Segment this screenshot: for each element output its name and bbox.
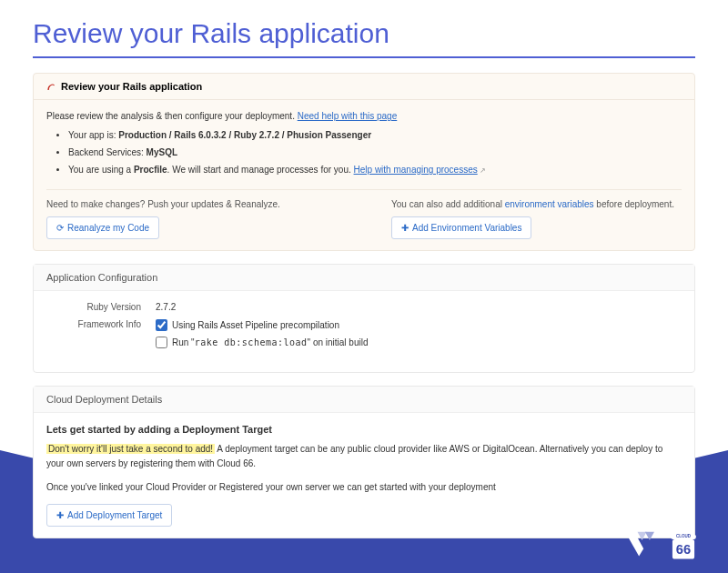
add-deployment-target-button[interactable]: ✚ Add Deployment Target — [46, 504, 172, 527]
app-info-list: Your app is: Production / Rails 6.0.3.2 … — [46, 128, 682, 176]
env-label: You can also add additional environment … — [391, 199, 682, 209]
ruby-version-value: 2.7.2 — [156, 302, 176, 312]
external-link-icon: ↗ — [480, 166, 486, 175]
svg-text:CLOUD: CLOUD — [676, 534, 692, 538]
asset-pipeline-label: Using Rails Asset Pipeline precompilatio… — [172, 320, 339, 330]
review-header-text: Review your Rails application — [61, 81, 202, 92]
reanalyze-button[interactable]: ⟳ Reanalyze my Code — [46, 216, 159, 239]
highlight-text: Don't worry it'll just take a second to … — [46, 444, 215, 454]
env-vars-link[interactable]: environment variables — [505, 199, 594, 209]
deploy-start-header: Lets get started by adding a Deployment … — [46, 424, 682, 435]
review-panel-header: Review your Rails application — [34, 74, 694, 100]
schema-load-label: Run "rake db:schema:load" on initial bui… — [172, 337, 369, 347]
cloud66-logo: CLOUD 66 — [666, 528, 701, 562]
schema-load-checkbox[interactable] — [156, 337, 167, 348]
review-panel: Review your Rails application Please rev… — [33, 73, 695, 251]
svg-text:66: 66 — [676, 542, 691, 557]
page-title: Review your Rails application — [33, 18, 695, 49]
add-env-button[interactable]: ✚ Add Environment Variables — [391, 216, 531, 239]
procfile-item: You are using a Procfile. We will start … — [68, 163, 682, 176]
title-underline — [33, 56, 695, 58]
ruby-version-label: Ruby Version — [46, 302, 156, 312]
manage-processes-link[interactable]: Help with managing processes — [354, 165, 478, 175]
reanalyze-label: Need to make changes? Push your updates … — [46, 199, 337, 209]
backend-item: Backend Services: MySQL — [68, 146, 682, 159]
plus-icon: ✚ — [56, 510, 64, 520]
deploy-panel: Cloud Deployment Details Lets get starte… — [33, 386, 695, 538]
rails-icon — [46, 82, 56, 92]
help-link[interactable]: Need help with this page — [298, 111, 398, 121]
vultr-logo — [621, 528, 659, 561]
deploy-text-1: Don't worry it'll just take a second to … — [46, 442, 682, 471]
plus-icon: ✚ — [401, 223, 409, 233]
intro-text: Please review the analysis & then config… — [46, 111, 682, 121]
refresh-icon: ⟳ — [56, 223, 64, 233]
config-header: Application Configuration — [34, 265, 694, 291]
deploy-header: Cloud Deployment Details — [34, 387, 694, 413]
config-panel: Application Configuration Ruby Version 2… — [33, 264, 695, 373]
framework-info-label: Framework Info — [46, 319, 156, 329]
asset-pipeline-checkbox[interactable] — [156, 319, 167, 331]
deploy-text-2: Once you've linked your Cloud Provider o… — [46, 480, 682, 495]
footer-logos: CLOUD 66 — [621, 528, 701, 562]
app-info-item: Your app is: Production / Rails 6.0.3.2 … — [68, 128, 682, 142]
